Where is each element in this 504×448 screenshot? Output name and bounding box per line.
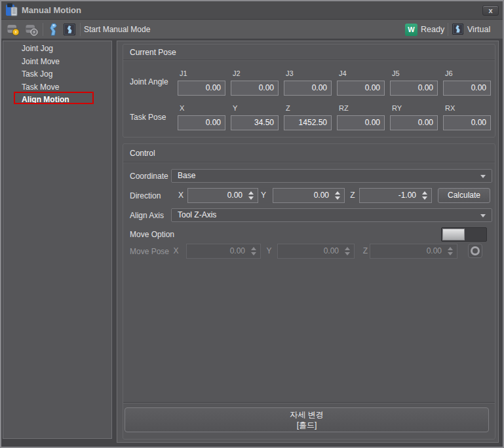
task-column-header: RZ [337,104,385,112]
align-axis-label: Align Axis [130,208,164,222]
spinner-arrows[interactable] [246,189,256,202]
ready-status-label: Ready [421,20,444,39]
spinner-arrows[interactable] [420,189,429,202]
move-pose-y-label: Y [265,244,273,259]
joint-angle-field: 0.00 [231,81,279,96]
move-pose-x-label: X [172,244,180,259]
active-item-highlight [14,92,94,104]
sidebar: Joint Jog Joint Move Task Jog Task Move … [3,41,112,439]
coordinate-label: Coordinate [130,169,168,183]
task-column-header: Z [284,104,332,112]
move-pose-x-value: 0.00 [230,244,245,258]
servo-on-icon[interactable] [7,23,20,39]
align-axis-value: Tool Z-Axis [178,210,216,219]
chevron-down-icon [480,214,486,217]
task-pose-field: 0.00 [443,115,491,130]
joint-angle-field: 0.00 [337,81,385,96]
task-pose-label: Task Pose [130,103,166,130]
spinner-down-icon [345,252,350,255]
task-column-header: X [178,104,225,112]
toolbar-separator [448,23,448,36]
direction-z-value: -1.00 [398,189,416,202]
calculate-button[interactable]: Calculate [438,188,490,203]
toolbar-separator [43,23,43,36]
spinner-arrows [249,244,258,258]
sidebar-item-task-jog[interactable]: Task Jog [3,68,111,81]
robot-jog-icon[interactable] [47,23,60,39]
spinner-up-icon[interactable] [248,191,254,195]
coordinate-dropdown[interactable]: Base [171,169,492,183]
spinner-up-icon[interactable] [422,191,427,195]
align-axis-dropdown[interactable]: Tool Z-Axis [171,208,492,222]
spinner-down-icon[interactable] [422,196,427,200]
control-group: Control Coordinate Base Direction X 0.00… [123,143,495,439]
task-column-header: Y [231,104,279,112]
joint-angle-field: 0.00 [284,81,332,96]
spinner-arrows [446,244,455,258]
spinner-down-icon [251,252,256,255]
joint-angle-field: 0.00 [390,81,438,96]
toolbar: Start Manual Mode W Ready Virtual [1,19,503,39]
spinner-up-icon[interactable] [335,191,340,195]
virtual-mode-icon [452,23,464,38]
hold-button-line1: 자세 변경 [125,409,488,420]
chevron-down-icon [480,175,486,178]
titlebar: Manual Motion x [1,1,503,19]
direction-y-value: 0.00 [314,189,329,202]
joint-column-header: J1 [178,69,225,77]
pose-change-hold-button[interactable]: 자세 변경 [홀드] [125,407,489,432]
window-title: Manual Motion [22,5,81,15]
app-icon [5,3,20,20]
move-pose-z-value: 0.00 [427,244,442,258]
move-pose-label: Move Pose [130,244,169,259]
spinner-arrows [343,244,352,258]
direction-z-spinner[interactable]: -1.00 [359,188,432,203]
move-pose-x-spinner: 0.00 [186,244,261,259]
toggle-knob[interactable] [442,229,465,240]
joint-column-header: J4 [337,69,385,77]
content-area: Joint Jog Joint Move Task Jog Task Move … [1,39,503,447]
virtual-mode-label: Virtual [467,20,490,39]
main-panel: Current Pose Joint Angle J1 J2 J3 J4 J5 … [117,41,499,443]
spinner-up-icon [251,247,256,250]
move-option-toggle[interactable] [441,227,487,242]
target-icon [471,246,480,255]
spinner-down-icon[interactable] [248,196,254,200]
spinner-down-icon[interactable] [335,196,340,200]
task-pose-field: 1452.50 [284,115,332,130]
direction-x-spinner[interactable]: 0.00 [187,188,258,203]
move-pose-z-spinner: 0.00 [370,244,457,259]
spinner-arrows[interactable] [333,189,342,202]
hold-button-line2: [홀드] [125,420,488,430]
sidebar-item-joint-jog[interactable]: Joint Jog [3,43,111,56]
servo-off-icon[interactable] [25,23,38,39]
joint-angle-label: Joint Angle [130,68,168,96]
task-column-header: RX [443,104,491,112]
direction-x-value: 0.00 [227,189,242,202]
direction-x-label: X [177,188,185,203]
sidebar-item-joint-move[interactable]: Joint Move [3,56,111,69]
spinner-up-icon [345,247,350,250]
manual-motion-window: Manual Motion x [0,0,504,448]
robot-monitor-icon[interactable] [63,23,76,39]
task-pose-field: 34.50 [231,115,279,130]
direction-z-label: Z [349,188,357,203]
record-pose-button[interactable] [468,244,482,258]
joint-angle-field: 0.00 [178,81,225,96]
joint-column-header: J5 [390,69,438,77]
direction-label: Direction [130,188,161,203]
move-pose-y-spinner: 0.00 [277,244,355,259]
start-manual-mode-label[interactable]: Start Manual Mode [84,20,150,39]
joint-angle-field: 0.00 [443,81,491,96]
coordinate-value: Base [178,171,195,180]
task-pose-field: 0.00 [178,115,225,130]
current-pose-group: Current Pose Joint Angle J1 J2 J3 J4 J5 … [123,44,495,138]
joint-column-header: J6 [443,69,491,77]
direction-y-label: Y [260,188,267,203]
direction-y-spinner[interactable]: 0.00 [273,188,345,203]
spinner-up-icon [448,247,453,250]
close-button[interactable]: x [482,5,499,16]
task-pose-field: 0.00 [390,115,438,130]
toolbar-separator [80,23,81,36]
move-pose-z-label: Z [361,244,370,259]
